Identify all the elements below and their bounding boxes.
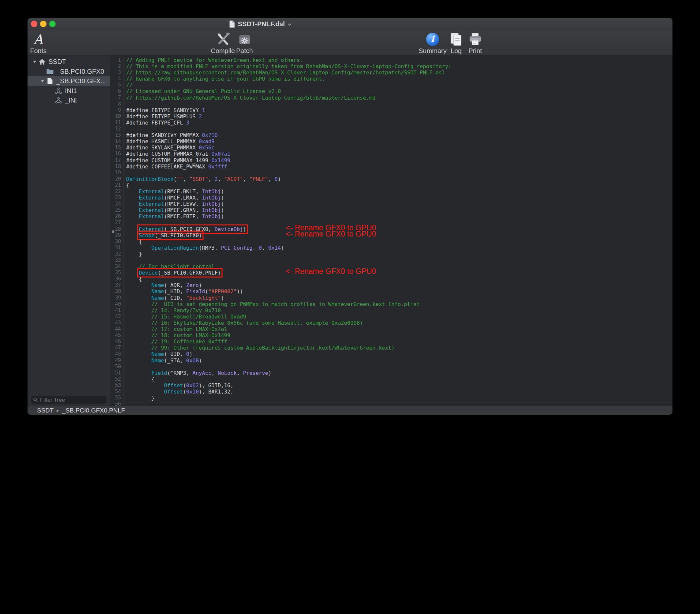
code-line[interactable]: 43 // 16: Skylake/KabyLake 0x56c (and so… [110,320,673,326]
sidebar-item-ini[interactable]: _INI [27,96,110,105]
code-line[interactable]: 33 [110,257,673,263]
code-line[interactable]: 26 External(RMCF.FBTP, IntObj) [110,213,673,220]
code-line[interactable]: 47 // 99: Other (requires custom AppleBa… [110,345,673,351]
code-line[interactable]: 45 // 18: custom LMAX=0x1499 [110,332,673,338]
code-line[interactable]: 12 [110,126,673,132]
code-line[interactable]: 36 { [110,276,673,282]
code-line[interactable]: 46 // 19: CoffeeLake 0xffff [110,338,673,345]
disclosure-triangle[interactable] [32,60,37,63]
code-line[interactable]: 39 Name(_CID, "backlight") [110,295,673,301]
code-text: #define COFFEELAKE_PWMMAX 0xffff [124,163,227,170]
code-line[interactable]: 28 External(_SB.PCI0.GFX0, DeviceObj)<- … [110,226,673,232]
summary-button[interactable]: i Summary [418,32,447,55]
breadcrumb-item[interactable]: _SB.PCI0.GFX0.PNLF [62,407,125,414]
code-line[interactable]: 40 // _UID is set depending on PWMMax to… [110,301,673,307]
code-text [124,401,126,405]
compile-button[interactable]: Compile [211,32,235,55]
code-line[interactable]: 37 Name(_ADR, Zero) [110,282,673,288]
sidebar-item-label: INI1 [65,87,77,95]
line-number: 52 [110,376,124,383]
code-line[interactable]: 16#define CUSTOM_PWMMAX_07a1 0x07a1 [110,151,673,157]
sidebar-item-sb-pci0-gfx0[interactable]: _SB.PCI0.GFX0 [27,67,110,77]
code-line[interactable]: 5// [110,82,673,88]
code-line[interactable]: 44 // 17: custom LMAX=0x7a1 [110,326,673,332]
code-line[interactable]: 4// Rename GFX0 to anything else if your… [110,76,673,82]
filter-tree-input[interactable] [40,397,112,403]
sidebar-item-ssdt[interactable]: SSDT [27,57,110,67]
code-line[interactable]: 56 [110,401,673,405]
code-line[interactable]: 42 // 15: Haswell/Broadwell 0xad9 [110,314,673,320]
code-line[interactable]: 29 Scope(_SB.PCI0.GFX0)<- Rename GFX0 to… [110,232,673,239]
code-line[interactable]: 53 Offset(0x02), GDID,16, [110,383,673,389]
code-line[interactable]: 9#define FBTYPE_SANDYIVY 1 [110,107,673,113]
code-text: DefinitionBlock("", "SSDT", 2, "ACDT", "… [124,176,281,182]
code-line[interactable]: 55 } [110,395,673,401]
window-title-group[interactable]: SSDT-PNLF.dsl [229,18,292,30]
code-line[interactable]: 48 Name(_UID, 0) [110,351,673,357]
code-line[interactable]: 31 OperationRegion(RMP3, PCI_Config, 0, … [110,245,673,251]
code-text: External(RMCF.LEVW, IntObj) [124,201,224,207]
breadcrumb-item[interactable]: SSDT [37,407,54,414]
chevron-down-icon[interactable] [287,23,292,26]
code-editor[interactable]: 1// Adding PNLF device for WhateverGreen… [110,55,673,405]
code-line[interactable]: 21{ [110,182,673,188]
log-button[interactable]: Log [449,32,463,55]
code-line[interactable]: 3// https://raw.githubusercontent.com/Re… [110,70,673,76]
patch-button[interactable]: Patch [236,32,253,55]
code-line[interactable]: 10#define FBTYPE_HSWPLUS 2 [110,113,673,120]
code-line[interactable]: 20DefinitionBlock("", "SSDT", 2, "ACDT",… [110,176,673,182]
sidebar-item-ini1[interactable]: INI1 [27,86,110,96]
code-line[interactable]: 1// Adding PNLF device for WhateverGreen… [110,57,673,63]
code-line[interactable]: 6// Licensed under GNU General Public Li… [110,88,673,95]
code-line[interactable]: 17#define CUSTOM_PWMMAX_1499 0x1499 [110,157,673,163]
code-line[interactable]: 15#define SKYLAKE_PWMMAX 0x56c [110,145,673,151]
code-line[interactable]: 27 [110,220,673,226]
code-line[interactable]: 25 External(RMCF.GRAN, IntObj) [110,207,673,213]
titlebar[interactable]: SSDT-PNLF.dsl [27,18,673,30]
code-line[interactable]: 13#define SANDYIVY_PWMMAX 0x710 [110,132,673,138]
code-text [124,257,126,263]
code-line[interactable]: 30 { [110,239,673,245]
code-line[interactable]: 18#define COFFEELAKE_PWMMAX 0xffff [110,163,673,170]
print-label: Print [468,47,482,55]
filter-field[interactable] [30,396,107,404]
code-line[interactable]: 2// This is a modified PNLF version orig… [110,63,673,70]
code-line[interactable]: 23 External(RMCF.LMAX, IntObj) [110,195,673,201]
code-line[interactable]: 38 Name(_HID, EisaId("APP0002")) [110,288,673,295]
code-line[interactable]: 11#define FBTYPE_CFL 3 [110,120,673,126]
code-line[interactable]: 22 External(RMCF.BKLT, IntObj) [110,188,673,195]
sidebar-item-sb-pci0-gfx[interactable]: _SB.PCI0.GFX... [27,76,110,86]
code-text [124,220,126,226]
code-line[interactable]: 51 Field(^RMP3, AnyAcc, NoLock, Preserve… [110,370,673,376]
code-line[interactable]: 34 // For backlight control [110,263,673,270]
code-line[interactable]: 24 External(RMCF.LEVW, IntObj) [110,201,673,207]
line-number: 25 [110,207,124,213]
disclosure-triangle[interactable] [39,79,45,83]
code-line[interactable]: 19 [110,170,673,176]
code-text: // _UID is set depending on PWMMax to ma… [124,301,420,307]
code-text: #define CUSTOM_PWMMAX_1499 0x1499 [124,157,230,163]
code-line[interactable]: 54 Offset(0x10), BAR1,32, [110,389,673,395]
code-line[interactable]: 49 Name(_STA, 0x0B) [110,358,673,364]
code-line[interactable]: 32 } [110,251,673,257]
close-button[interactable] [31,21,37,27]
code-line[interactable]: 35 Device(_SB.PCI0.GFX0.PNLF)<- Rename G… [110,270,673,276]
status-bar: SSDT▸_SB.PCI0.GFX0.PNLF [27,405,673,415]
printer-icon [468,32,483,47]
code-text: } [124,251,142,257]
code-line[interactable]: 8 [110,101,673,107]
fonts-button[interactable]: A Fonts [30,32,47,55]
code-line[interactable]: 50 [110,364,673,370]
zoom-button[interactable] [49,21,56,27]
print-button[interactable]: Print [468,32,483,55]
code-line[interactable]: 41 // 14: Sandy/Ivy 0x710 [110,307,673,314]
code-text: Name(_STA, 0x0B) [124,358,202,364]
line-number: 45 [110,332,124,338]
code-line[interactable]: 14#define HASWELL_PWMMAX 0xad9 [110,138,673,145]
red-annotation-box: Device(_SB.PCI0.GFX0.PNLF) [139,270,221,276]
line-number: 36 [110,276,124,282]
code-text: OperationRegion(RMP3, PCI_Config, 0, 0x1… [124,245,284,251]
minimize-button[interactable] [40,21,47,27]
code-line[interactable]: 7// https://github.com/RehabMan/OS-X-Clo… [110,95,673,101]
code-line[interactable]: 52 { [110,376,673,383]
